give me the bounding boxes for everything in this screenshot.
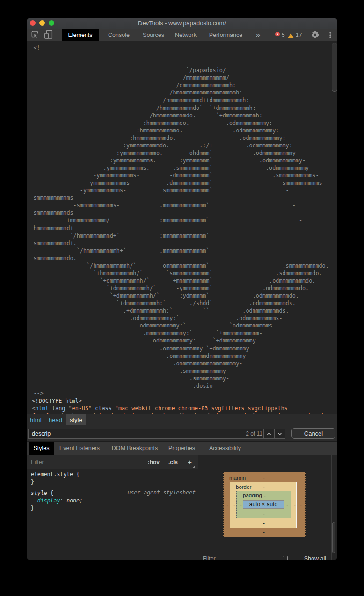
device-toolbar-icon[interactable]	[44, 29, 52, 41]
tab-performance[interactable]: Performance	[205, 29, 247, 41]
comment-line[interactable]: .ommmmmmmmmmmmmmmmmy-	[34, 360, 338, 367]
show-all-checkbox[interactable]	[283, 556, 288, 560]
tab-network[interactable]: Network	[169, 29, 202, 41]
breadcrumb-item-head[interactable]: head	[49, 414, 62, 426]
breadcrumb-item-html[interactable]: html	[30, 414, 42, 426]
comment-line[interactable]: :hmmmmmmmmmdo. .odmmmmmmmmmy:	[34, 119, 338, 127]
comment-line[interactable]: .odmmmmmmmmmy:` .odmmmmmmmmms-	[34, 314, 338, 322]
computed-scrollbar-thumb[interactable]	[332, 522, 335, 553]
comment-line[interactable]: -ymmmmmmmmmms- smmmmmmmmmmmmm` -	[34, 187, 338, 194]
comment-line[interactable]: `/hmmmmmmmmmh/` ommmmmmmmmmmm` .smmmmmmm…	[34, 262, 338, 269]
sidebar-tab-event-listeners[interactable]: Event Listeners	[58, 442, 101, 455]
new-style-rule-button[interactable]: +	[188, 455, 192, 469]
css-property-display[interactable]: display: none;	[31, 497, 83, 504]
comment-line[interactable]	[34, 51, 338, 59]
tab-elements[interactable]: Elements	[62, 29, 99, 41]
comment-line[interactable]: `+dmmmmmmmmmh:` ./shdd` .odmmmmmmmmds.	[34, 299, 338, 307]
rule-style-open[interactable]: style {	[31, 489, 83, 497]
comment-line[interactable]: .+dmmmmmmmmmh:` `` .odmmmmmmmmds.	[34, 307, 338, 314]
computed-filter-input[interactable]: Filter	[203, 555, 216, 560]
comment-line[interactable]	[34, 59, 338, 66]
comment-line[interactable]: smmmmmmmmmds-	[34, 209, 338, 217]
breadcrumb-item-style[interactable]: style	[66, 414, 86, 426]
comment-line[interactable]: smmmmmmmmmd+.	[34, 240, 338, 247]
comment-line[interactable]: `+dmmmmmmmmmh/` +mmmmmmmmmm` .odmmmmmmmm…	[34, 277, 338, 284]
sidebar-tab-properties[interactable]: Properties	[168, 442, 195, 455]
style-rules[interactable]: element.style {}	[31, 471, 80, 486]
comment-line[interactable]: `/papadosio/	[34, 66, 338, 74]
comment-line[interactable]: `+hmmmmmmmmmh/` `smmmmmmmmmmm` .sdmmmmmm…	[34, 269, 338, 277]
warning-icon[interactable]	[288, 32, 294, 40]
comment-line[interactable]: /mmmmmmmmmmmm/	[34, 74, 338, 81]
cancel-button[interactable]: Cancel	[291, 428, 335, 439]
comment-line[interactable]: hmmmmmmmmmd+	[34, 225, 338, 232]
tab-sources[interactable]: Sources	[138, 29, 168, 41]
toggle-hover-button[interactable]: :hov	[148, 455, 160, 469]
user-agent-rule[interactable]: style { display: none;}	[31, 489, 83, 512]
box-model-dash-value: -	[226, 502, 228, 508]
comment-line[interactable]: .smmmmmmmmy-	[34, 375, 338, 382]
comment-line[interactable]: -ymmmmmmmmmms- .dmmmmmmmmmmm` -smmmmmmmm…	[34, 179, 338, 187]
search-input[interactable]: descrip 2 of 11	[28, 429, 285, 439]
box-model-content[interactable]: auto × auto	[243, 500, 284, 509]
rule-element-style-close[interactable]: }	[31, 478, 80, 486]
sidebar-tab-styles[interactable]: Styles	[29, 442, 54, 455]
styles-filter-input[interactable]: Filter	[31, 455, 44, 469]
computed-scrollbar-track[interactable]	[331, 455, 337, 560]
previous-match-button[interactable]	[263, 429, 274, 438]
comment-line[interactable]: /hmmmmmmmmmmmmmmmmmmh:	[34, 89, 338, 96]
toggle-class-button[interactable]: .cls	[168, 455, 178, 469]
comment-line[interactable]: `/hmmmmmmmmmd+` :mmmmmmmmmmmmm` -	[34, 232, 338, 240]
comment-line[interactable]: /hmmmmmmmmmd++dmmmmmmmmmh:	[34, 96, 338, 104]
comment-line[interactable]: /hmmmmmmmmmdo` `+dmmmmmmmmmh:	[34, 104, 338, 112]
comment-line[interactable]: -ymmmmmmmmmms- -dmmmmmmmmmm` .smmmmmmmmm…	[34, 172, 338, 179]
comment-line[interactable]: .smmmmmmmmmmmy-	[34, 367, 338, 375]
comment-line[interactable]: -->	[34, 390, 338, 397]
comment-line[interactable]: :ymmmmmmmmmmo. -ohdmmm` .odmmmmmmmmmy-	[34, 149, 338, 157]
sidebar-tab-dom-breakpoints[interactable]: DOM Breakpoints	[110, 442, 159, 455]
comment-line[interactable]: <!--	[34, 44, 338, 51]
comment-line[interactable]: .odmmmmmmmmmy: `+dmmmmmmmmmy-	[34, 337, 338, 344]
doctype-line[interactable]: <!DOCTYPE html>	[32, 397, 338, 405]
comment-line[interactable]: `/hmmmmmmmmmh+` .mmmmmmmmmmmmm` -	[34, 247, 338, 254]
tab-console[interactable]: Console	[104, 29, 134, 41]
comment-line[interactable]: :hmmmmmmmmmdo. .odmmmmmmmmmy:	[34, 134, 338, 142]
comment-line[interactable]: /dmmmmmmmmmmmmmmh:	[34, 81, 338, 89]
comment-line[interactable]: .dosio-	[34, 382, 338, 390]
find-bar: descrip 2 of 11 Cancel	[27, 425, 337, 442]
comment-line[interactable]: .ommmmmmmmmmy-`+dmmmmmmmmmy-	[34, 345, 338, 352]
elements-scrollbar-track[interactable]	[331, 42, 337, 414]
dom-tree[interactable]: <!-- `/papadosio/ /mmmmmmmmmmmm/ /dmmmmm…	[34, 44, 338, 414]
comment-line[interactable]: :ymmmmmmmmmms. .smmmmmmmmm` .odmmmmmmmmm…	[34, 164, 338, 172]
sidebar-tab-accessibility[interactable]: Accessibility	[207, 442, 243, 455]
comment-line[interactable]: .mmmmmmmmmmmy:` `+mmmmmmmmmmm-	[34, 329, 338, 337]
styles-filter-row: Filter :hov .cls +	[27, 455, 198, 469]
error-count: 5	[282, 29, 285, 41]
error-icon[interactable]	[275, 32, 280, 36]
comment-line[interactable]: -smmmmmmmmmms- .mmmmmmmmmmmmm` -	[34, 202, 338, 209]
search-query[interactable]: descrip	[32, 429, 51, 438]
rule-element-style-open[interactable]: element.style {	[31, 471, 80, 478]
comment-line[interactable]: .odmmmmmmmmmy:` `odmmmmmmmmms-	[34, 322, 338, 329]
inspect-element-icon[interactable]	[31, 29, 39, 41]
comment-line[interactable]: .ommmmmmmmmmdmmmmmmmmmmy-	[34, 352, 338, 360]
more-tabs-icon[interactable]: »	[256, 29, 260, 41]
box-model-margin[interactable]: marginborderpaddingauto × auto	[223, 472, 306, 537]
rule-style-close[interactable]: }	[31, 504, 83, 512]
comment-line[interactable]: +mmmmmmmmmmm/ :mmmmmmmmmmmmm` -	[34, 217, 338, 224]
window-title-bar[interactable]: DevTools - www.papadosio.com/	[27, 18, 337, 29]
comment-line[interactable]: smmmmmmmmmms-	[34, 194, 338, 202]
comment-line[interactable]: :ymmmmmmmmmdo. .:/+ .odmmmmmmmmmy:	[34, 142, 338, 149]
elements-tree-panel[interactable]: <!-- `/papadosio/ /mmmmmmmmmmmm/ /dmmmmm…	[27, 42, 337, 414]
elements-scrollbar-thumb[interactable]	[332, 43, 337, 92]
comment-line[interactable]: /hmmmmmmmmmdo. `+dmmmmmmmmmh:	[34, 112, 338, 119]
comment-line[interactable]: smmmmmmmmmdo.	[34, 254, 338, 262]
next-match-button[interactable]	[274, 429, 284, 438]
settings-gear-icon[interactable]	[311, 29, 319, 41]
comment-line[interactable]: :hmmmmmmmmmmo. .odmmmmmmmmmy:	[34, 127, 338, 134]
comment-line[interactable]: :ymmmmmmmmmms. :ymmmmmmm` .odmmmmmmmmmy-	[34, 157, 338, 164]
more-menu-icon[interactable]	[327, 29, 334, 41]
comment-line[interactable]: `+dmmmmmmmmmh/` :ydmmmmm` .odmmmmmmmmdo.	[34, 292, 338, 299]
comment-line[interactable]: `+dmmmmmmmmmh/` -ymmmmmmmm` .odmmmmmmmmd…	[34, 284, 338, 292]
html-element-line[interactable]: <html lang="en-US" class="mac webkit chr…	[32, 405, 338, 412]
